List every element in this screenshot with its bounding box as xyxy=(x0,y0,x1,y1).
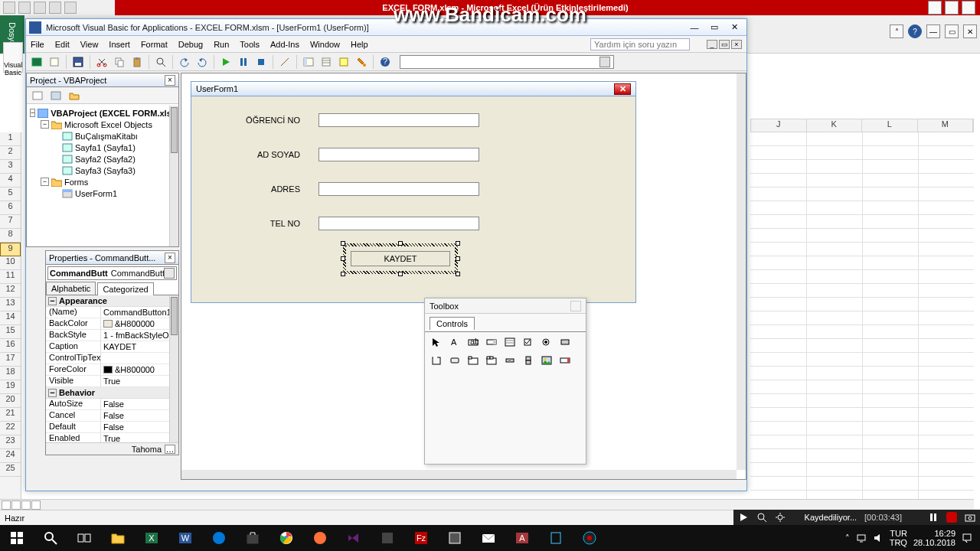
textbox-control[interactable] xyxy=(318,148,479,161)
property-value[interactable]: True xyxy=(101,433,169,442)
help-icon[interactable]: ? xyxy=(908,24,922,38)
col-header[interactable]: K xyxy=(807,119,863,132)
filezilla-icon[interactable]: Fz xyxy=(404,525,438,551)
cut-icon[interactable] xyxy=(94,54,109,70)
excel-icon[interactable] xyxy=(3,2,15,14)
notifications-icon[interactable] xyxy=(962,533,972,543)
row-header[interactable]: 23 xyxy=(0,435,21,449)
property-value[interactable]: False xyxy=(101,422,169,432)
row-header[interactable]: 17 xyxy=(0,353,21,367)
toolbox-icon[interactable] xyxy=(354,54,369,70)
spinbutton-tool-icon[interactable] xyxy=(521,354,535,367)
tree-item[interactable]: BuÇalışmaKitabı xyxy=(75,132,138,141)
col-header[interactable]: M xyxy=(918,119,974,132)
collapse-icon[interactable]: − xyxy=(48,389,57,397)
paste-icon[interactable] xyxy=(129,54,145,70)
row-header[interactable]: 14 xyxy=(0,311,21,325)
position-combo[interactable] xyxy=(400,55,614,69)
resize-handle[interactable] xyxy=(341,241,345,246)
workbook-restore-icon[interactable]: ▭ xyxy=(945,24,959,38)
designer-scrollbar-v[interactable] xyxy=(737,73,746,470)
excel-minimize-button[interactable]: — xyxy=(928,1,942,15)
help-search-input[interactable] xyxy=(590,38,690,51)
combobox-tool-icon[interactable] xyxy=(485,335,498,349)
object-browser-icon[interactable] xyxy=(336,54,351,70)
menu-run[interactable]: Run xyxy=(214,40,229,49)
bc-settings-icon[interactable] xyxy=(775,512,786,523)
view-excel-icon[interactable] xyxy=(29,54,44,70)
menu-format[interactable]: Format xyxy=(141,40,168,49)
tree-item[interactable]: Sayfa3 (Sayfa3) xyxy=(75,166,136,175)
field-label[interactable]: AD SOYAD xyxy=(234,150,303,159)
field-label[interactable]: ÖĞRENCİ NO xyxy=(234,116,303,125)
menu-help[interactable]: Help xyxy=(351,40,368,49)
vba-maximize-button[interactable]: ▭ xyxy=(705,21,724,34)
row-header[interactable]: 15 xyxy=(0,325,21,339)
toolbox-tab-controls[interactable]: Controls xyxy=(430,317,475,330)
refedit-tool-icon[interactable] xyxy=(558,354,572,367)
tray-time[interactable]: 16:29 xyxy=(934,529,956,538)
commandbutton-tool-icon[interactable] xyxy=(448,354,462,367)
field-label[interactable]: TEL NO xyxy=(234,219,303,228)
toolbox-close-icon[interactable] xyxy=(570,301,581,311)
multipage-tool-icon[interactable] xyxy=(485,354,498,367)
panel-close-icon[interactable]: × xyxy=(165,253,175,263)
vba-close-button[interactable]: ✕ xyxy=(725,21,743,34)
start-button[interactable] xyxy=(0,525,34,551)
field-label[interactable]: ADRES xyxy=(234,184,303,194)
mdi-restore-icon[interactable]: ▭ xyxy=(719,40,730,49)
project-root[interactable]: VBAProject (EXCEL FORM.xlsm) xyxy=(51,109,169,118)
save-icon[interactable] xyxy=(18,2,31,14)
collapse-icon[interactable]: − xyxy=(30,109,35,117)
sheet-nav-next-icon[interactable] xyxy=(21,500,31,510)
property-value[interactable]: False xyxy=(101,399,169,409)
row-header[interactable]: 25 xyxy=(0,463,21,477)
menu-insert[interactable]: Insert xyxy=(109,40,130,49)
excel-close-button[interactable]: ✕ xyxy=(962,1,975,15)
property-row[interactable]: BackColor&H800000 xyxy=(46,318,169,330)
property-row[interactable]: ControlTipText xyxy=(46,353,169,364)
property-value[interactable]: CommandButton1 xyxy=(101,307,169,318)
collapse-icon[interactable]: − xyxy=(41,178,49,186)
property-value[interactable]: &H800000 xyxy=(101,318,169,329)
tab-categorized[interactable]: Categorized xyxy=(97,282,153,295)
sheet-grid[interactable] xyxy=(750,132,974,508)
workbook-close-icon[interactable]: ✕ xyxy=(963,24,977,38)
userform-body[interactable]: TEL NOADRESAD SOYADÖĞRENCİ NO KAYDET xyxy=(191,96,636,303)
checkbox-tool-icon[interactable] xyxy=(521,335,535,349)
edge-icon[interactable] xyxy=(202,525,236,551)
insert-module-icon[interactable] xyxy=(47,54,62,70)
pointer-tool-icon[interactable] xyxy=(430,335,443,349)
tree-item[interactable]: Sayfa1 (Sayfa1) xyxy=(75,143,136,152)
visualstudio-icon[interactable] xyxy=(337,525,371,551)
col-header[interactable]: L xyxy=(862,119,918,132)
qat-more-icon[interactable] xyxy=(64,2,77,14)
property-row[interactable]: EnabledTrue xyxy=(46,433,169,442)
save-icon[interactable] xyxy=(70,54,86,70)
ribbon-minimize-icon[interactable]: ˄ xyxy=(890,24,903,38)
textbox-control[interactable] xyxy=(318,217,479,230)
frame-tool-icon[interactable] xyxy=(430,354,443,367)
find-icon[interactable] xyxy=(153,54,168,70)
row-header[interactable]: 2 xyxy=(0,146,21,160)
redo-icon[interactable] xyxy=(194,54,210,70)
property-value[interactable]: False xyxy=(101,410,169,421)
row-header[interactable]: 4 xyxy=(0,174,21,187)
undo-icon[interactable] xyxy=(34,2,46,14)
property-grid[interactable]: −Appearance(Name)CommandButton1BackColor… xyxy=(46,295,169,442)
sheet-nav-first-icon[interactable] xyxy=(2,500,11,510)
row-header[interactable]: 10 xyxy=(0,256,21,270)
textbox-control[interactable] xyxy=(318,113,479,127)
app-icon[interactable] xyxy=(438,525,472,551)
row-header[interactable]: 16 xyxy=(0,339,21,353)
file-explorer-icon[interactable] xyxy=(101,525,135,551)
row-header[interactable]: 6 xyxy=(0,201,21,215)
row-header[interactable]: 1 xyxy=(0,132,21,146)
menu-view[interactable]: View xyxy=(80,40,99,49)
property-value[interactable]: KAYDET xyxy=(101,341,169,352)
chrome-icon[interactable] xyxy=(270,525,303,551)
bc-record-icon[interactable] xyxy=(946,512,957,523)
resize-handle[interactable] xyxy=(341,256,345,261)
menu-tools[interactable]: Tools xyxy=(240,40,260,49)
menu-addins[interactable]: Add-Ins xyxy=(270,40,299,49)
